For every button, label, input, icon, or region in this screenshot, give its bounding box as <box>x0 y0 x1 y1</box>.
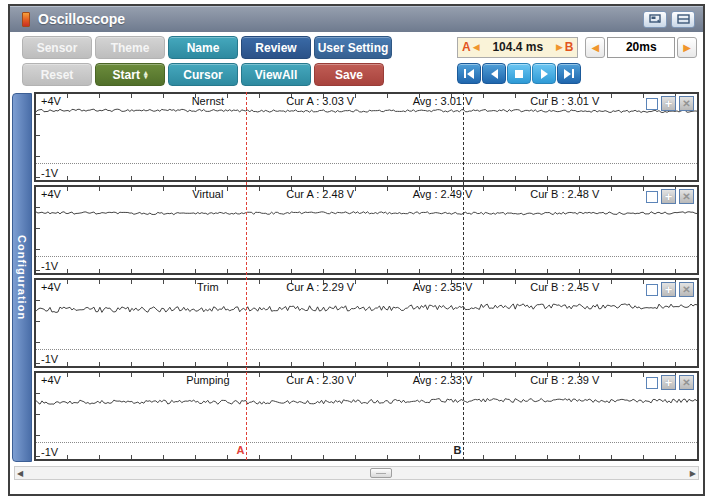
bottom-tick-ruler <box>36 362 697 366</box>
cursor-b-line[interactable] <box>463 92 464 460</box>
start-button-label: Start <box>113 68 140 82</box>
name-button-label: Name <box>187 41 220 55</box>
skip-to-end-button[interactable] <box>557 63 581 84</box>
horizontal-scrollbar[interactable]: ◀ ▶ <box>14 466 699 480</box>
transport-controls <box>457 63 697 84</box>
cursor-b-nudge-icon[interactable]: ▶ <box>556 42 563 52</box>
cursor-delta-value: 104.4 ms <box>482 40 554 54</box>
configuration-tab[interactable]: Configuration <box>12 93 32 462</box>
close-icon: ✕ <box>682 378 690 388</box>
bottom-scale-label: -1V <box>41 353 58 365</box>
close-icon: ✕ <box>682 285 690 295</box>
cursor-b-letter: B <box>565 40 574 54</box>
reset-button[interactable]: Reset <box>22 63 92 86</box>
channel-close-button[interactable]: ✕ <box>679 282 694 297</box>
zero-gridline <box>36 256 697 257</box>
zero-gridline <box>36 163 697 164</box>
channel-checkbox[interactable] <box>646 377 658 389</box>
channel-close-button[interactable]: ✕ <box>679 375 694 390</box>
cursor-delta-box[interactable]: A ◀ 104.4 ms ▶ B <box>457 37 578 58</box>
close-icon: ✕ <box>682 99 690 109</box>
channel-checkbox[interactable] <box>646 191 658 203</box>
channel-checkbox[interactable] <box>646 98 658 110</box>
collapse-window-button[interactable] <box>671 11 695 28</box>
reset-button-label: Reset <box>41 68 74 82</box>
cursor-b-readout: Cur B : 2.39 V <box>530 374 599 386</box>
scrollbar-thumb[interactable] <box>370 468 392 478</box>
user-setting-button[interactable]: User Setting <box>314 36 392 59</box>
save-button-label: Save <box>335 68 363 82</box>
review-button-label: Review <box>255 41 296 55</box>
skip-to-start-button[interactable] <box>457 63 481 84</box>
start-button[interactable]: Start ▴▾ <box>95 63 165 86</box>
save-button[interactable]: Save <box>314 63 384 86</box>
zero-gridline <box>36 442 697 443</box>
channel-name: Nernst <box>192 95 224 107</box>
bottom-tick-ruler <box>36 176 697 180</box>
left-arrow-icon: ◀ <box>592 42 600 53</box>
cursor-b-readout: Cur B : 2.48 V <box>530 188 599 200</box>
channel-close-button[interactable]: ✕ <box>679 189 694 204</box>
left-tick-ruler <box>36 94 40 180</box>
bottom-tick-ruler <box>36 269 697 273</box>
left-tick-ruler <box>36 187 40 273</box>
channel-close-button[interactable]: ✕ <box>679 96 694 111</box>
cursor-a-readout: Cur A : 2.48 V <box>286 188 354 200</box>
scope-content: Configuration +4V Nernst Cur A : 3.03 V … <box>12 92 701 492</box>
sensor-button[interactable]: Sensor <box>22 36 92 59</box>
start-spinner-icon[interactable]: ▴▾ <box>144 71 148 79</box>
close-icon: ✕ <box>682 192 690 202</box>
top-scale-label: +4V <box>41 95 61 107</box>
channel-zoom-button[interactable]: + <box>661 189 676 204</box>
review-button[interactable]: Review <box>241 36 311 59</box>
collapse-window-icon <box>677 14 690 24</box>
top-scale-label: +4V <box>41 281 61 293</box>
window-title: Oscilloscope <box>38 11 125 27</box>
viewall-button-label: ViewAll <box>255 68 297 82</box>
theme-button-label: Theme <box>111 41 150 55</box>
cursor-a-readout: Cur A : 2.30 V <box>286 374 354 386</box>
channel-checkbox[interactable] <box>646 284 658 296</box>
plus-icon: + <box>665 283 673 296</box>
channel-zoom-button[interactable]: + <box>661 375 676 390</box>
scroll-right-icon[interactable]: ▶ <box>690 469 696 478</box>
viewall-button[interactable]: ViewAll <box>241 63 311 86</box>
plus-icon: + <box>665 376 673 389</box>
channel-zoom-button[interactable]: + <box>661 96 676 111</box>
plus-icon: + <box>665 97 673 110</box>
channel-name: Virtual <box>192 188 223 200</box>
toolbar: Sensor Theme Name Review User Setting Re… <box>10 32 703 92</box>
bottom-scale-label: -1V <box>41 446 58 458</box>
channel-name: Pumping <box>186 374 229 386</box>
configuration-tab-label: Configuration <box>16 235 28 320</box>
channel-name: Trim <box>197 281 219 293</box>
detach-window-button[interactable] <box>643 11 667 28</box>
cursor-a-readout: Cur A : 2.29 V <box>286 281 354 293</box>
scroll-left-icon[interactable]: ◀ <box>17 469 23 478</box>
step-back-button[interactable] <box>482 63 506 84</box>
app-icon <box>22 12 30 27</box>
oscilloscope-window: Oscilloscope Sensor Theme <box>8 4 705 496</box>
cursor-button[interactable]: Cursor <box>168 63 238 86</box>
bottom-tick-ruler <box>36 455 697 459</box>
channel-panel-trim: +4V Trim Cur A : 2.29 V Avg : 2.35 V Cur… <box>34 278 699 368</box>
plus-icon: + <box>665 190 673 203</box>
theme-button[interactable]: Theme <box>95 36 165 59</box>
timebase-decrease-button[interactable]: ◀ <box>585 37 605 58</box>
cursor-a-line[interactable] <box>246 92 247 460</box>
timebase-value[interactable]: 20ms <box>607 37 675 58</box>
timebase-increase-button[interactable]: ▶ <box>677 37 697 58</box>
sensor-button-label: Sensor <box>37 41 78 55</box>
stop-button[interactable] <box>507 63 531 84</box>
name-button[interactable]: Name <box>168 36 238 59</box>
title-bar: Oscilloscope <box>10 6 703 32</box>
left-tick-ruler <box>36 280 40 366</box>
skip-end-icon <box>564 69 571 79</box>
left-tick-ruler <box>36 373 40 459</box>
zero-gridline <box>36 349 697 350</box>
bottom-scale-label: -1V <box>41 260 58 272</box>
play-button[interactable] <box>532 63 556 84</box>
channel-zoom-button[interactable]: + <box>661 282 676 297</box>
skip-start-icon <box>464 69 466 78</box>
cursor-a-nudge-icon[interactable]: ◀ <box>473 42 480 52</box>
